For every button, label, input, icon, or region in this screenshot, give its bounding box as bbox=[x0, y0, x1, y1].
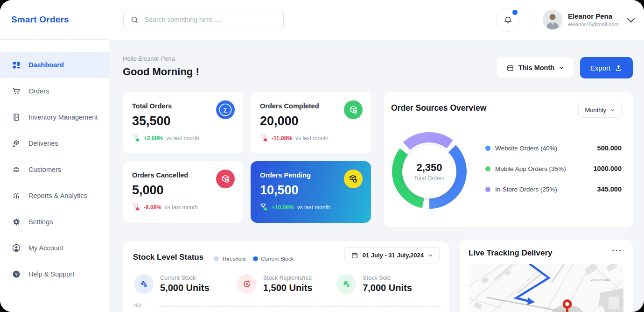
more-options-icon[interactable]: ⋯ bbox=[611, 244, 623, 256]
sidebar-item-orders[interactable]: Orders bbox=[0, 78, 109, 104]
stat-card-orders-pending: Orders Pending 10,500 +10.08% vs last mo… bbox=[251, 161, 371, 223]
sidebar-item-inventory[interactable]: Inventory Management bbox=[0, 104, 109, 130]
ledger-icon bbox=[11, 112, 21, 122]
dashboard-grid-icon bbox=[11, 60, 21, 70]
sidebar-nav: Dashboard Orders Inventory Management De… bbox=[0, 40, 109, 287]
stock-stat-value: 5,000 Units bbox=[160, 283, 210, 293]
period-selector[interactable]: This Month bbox=[497, 57, 574, 78]
package-check-icon bbox=[344, 100, 363, 119]
order-sources-title: Order Sources Overview bbox=[391, 103, 486, 113]
y-axis-tick: 250 bbox=[133, 303, 141, 308]
sidebar-item-label: Reports & Analytics bbox=[28, 192, 87, 199]
top-bar: Eleanor Pena eleanor45@mail.com bbox=[109, 0, 644, 40]
notification-badge bbox=[512, 10, 518, 15]
sidebar-item-dashboard[interactable]: Dashboard bbox=[0, 52, 109, 78]
export-label: Export bbox=[590, 64, 610, 72]
bar-chart-icon bbox=[11, 191, 21, 201]
svg-text:?: ? bbox=[15, 272, 18, 277]
search-icon bbox=[130, 15, 139, 24]
chevron-down-icon bbox=[627, 15, 635, 23]
stat-card-orders-cancelled: Orders Cancelled 5,000 -8.08% vs last mo… bbox=[123, 161, 243, 223]
hello-text: Hello Eleanor Pena bbox=[123, 55, 175, 62]
header-divider bbox=[531, 9, 531, 30]
stat-delta-row: +10.08% vs last month bbox=[260, 203, 362, 212]
legend-label: Website Orders (40%) bbox=[495, 145, 557, 152]
donut-total-value: 2,350 bbox=[416, 162, 442, 174]
sources-period-label: Monthly bbox=[585, 106, 606, 113]
sidebar: Smart Orders Dashboard Orders Inventory … bbox=[0, 0, 109, 312]
period-label: This Month bbox=[518, 64, 554, 71]
boxes-icon bbox=[11, 138, 21, 149]
delta-note: vs last month bbox=[166, 135, 199, 142]
stock-stat-label: Stock Replenished bbox=[263, 275, 313, 281]
order-sources-card: Order Sources Overview Monthly 2,350 Tot… bbox=[384, 92, 633, 227]
trend-down-icon bbox=[260, 134, 268, 142]
search-box[interactable] bbox=[123, 9, 284, 30]
stock-stat-value: 1,500 Units bbox=[263, 283, 313, 293]
sidebar-item-customers[interactable]: Customers bbox=[0, 156, 109, 183]
sidebar-item-deliveries[interactable]: Deliveries bbox=[0, 130, 109, 156]
stat-delta-row: -8.08% vs last month bbox=[132, 203, 234, 212]
search-input[interactable] bbox=[144, 15, 277, 24]
svg-text:Σ: Σ bbox=[223, 106, 227, 114]
sidebar-item-label: Settings bbox=[28, 218, 53, 226]
refresh-red-icon bbox=[237, 274, 257, 294]
gear-icon bbox=[11, 217, 21, 227]
notifications-button[interactable] bbox=[496, 8, 519, 32]
trend-up-icon bbox=[132, 134, 140, 142]
export-button[interactable]: Export bbox=[580, 57, 633, 78]
donut-center: 2,350 Total Orders bbox=[387, 129, 471, 213]
map-graphic: LOWERVALSBL street name bbox=[469, 264, 623, 312]
legend-row-instore: In-Store Orders (25%) 345.000 bbox=[485, 185, 622, 193]
sidebar-item-reports[interactable]: Reports & Analytics bbox=[0, 183, 109, 209]
stock-stat-sold: Stock Sold 7,000 Units bbox=[336, 274, 440, 294]
legend-value: 345.000 bbox=[597, 185, 622, 193]
date-range-selector[interactable]: 01 July - 31 July,2024 bbox=[344, 247, 440, 263]
sidebar-item-help[interactable]: ? Help & Support bbox=[0, 261, 109, 287]
chevron-down-icon bbox=[610, 107, 615, 113]
stock-stat-replenished: Stock Replenished 1,500 Units bbox=[237, 274, 336, 294]
delta-percent: +10.08% bbox=[272, 204, 294, 211]
delivery-map[interactable]: LOWERVALSBL street name bbox=[469, 264, 623, 312]
smart-orders-app: Smart Orders Dashboard Orders Inventory … bbox=[0, 0, 644, 312]
street-label: LOWERVALSBL bbox=[591, 278, 609, 281]
user-menu[interactable]: Eleanor Pena eleanor45@mail.com bbox=[543, 10, 634, 29]
legend-dot-blue bbox=[485, 146, 490, 151]
stock-stat-label: Current Stock bbox=[160, 275, 210, 281]
stock-title: Stock Level Status bbox=[133, 253, 203, 262]
sidebar-item-label: Dashboard bbox=[28, 61, 64, 69]
legend-value: 500.000 bbox=[597, 144, 622, 152]
calendar-icon bbox=[506, 64, 514, 72]
boxes-blue-icon bbox=[134, 274, 154, 294]
trend-down-icon bbox=[132, 203, 140, 212]
stat-card-total-orders: Total Orders 35,500 +2.08% vs last month… bbox=[123, 92, 243, 154]
people-icon bbox=[11, 164, 21, 175]
trend-up-icon bbox=[260, 203, 268, 212]
tracking-title: Live Tracking Delivery bbox=[469, 248, 553, 258]
delta-note: vs last month bbox=[165, 204, 198, 211]
boxes-green-icon bbox=[336, 274, 356, 294]
stat-card-orders-completed: Orders Completed 20,000 -11.08% vs last … bbox=[251, 92, 371, 154]
question-circle-icon: ? bbox=[11, 269, 21, 279]
user-email: eleanor45@mail.com bbox=[568, 21, 619, 27]
stat-delta-row: +2.08% vs last month bbox=[132, 134, 234, 142]
sources-period-selector[interactable]: Monthly bbox=[578, 102, 622, 118]
delta-percent: -11.08% bbox=[272, 135, 292, 142]
app-title: Smart Orders bbox=[11, 14, 69, 25]
delta-percent: +2.08% bbox=[144, 135, 163, 142]
delta-percent: -8.08% bbox=[144, 204, 161, 211]
sidebar-item-label: My Account bbox=[28, 244, 63, 252]
calendar-icon bbox=[351, 252, 358, 259]
current-stock-dot bbox=[253, 256, 258, 261]
user-circle-icon bbox=[11, 243, 21, 253]
sidebar-item-settings[interactable]: Settings bbox=[0, 209, 109, 235]
stat-delta-row: -11.08% vs last month bbox=[260, 134, 362, 142]
stock-level-card: Stock Level Status Threshold Current Sto… bbox=[123, 241, 449, 312]
sidebar-item-label: Help & Support bbox=[28, 270, 74, 278]
package-x-icon bbox=[216, 170, 235, 188]
sidebar-item-label: Customers bbox=[28, 166, 61, 173]
sidebar-item-my-account[interactable]: My Account bbox=[0, 235, 109, 261]
threshold-dot bbox=[214, 256, 219, 261]
sidebar-item-label: Orders bbox=[28, 87, 49, 95]
date-range-label: 01 July - 31 July,2024 bbox=[363, 252, 424, 259]
